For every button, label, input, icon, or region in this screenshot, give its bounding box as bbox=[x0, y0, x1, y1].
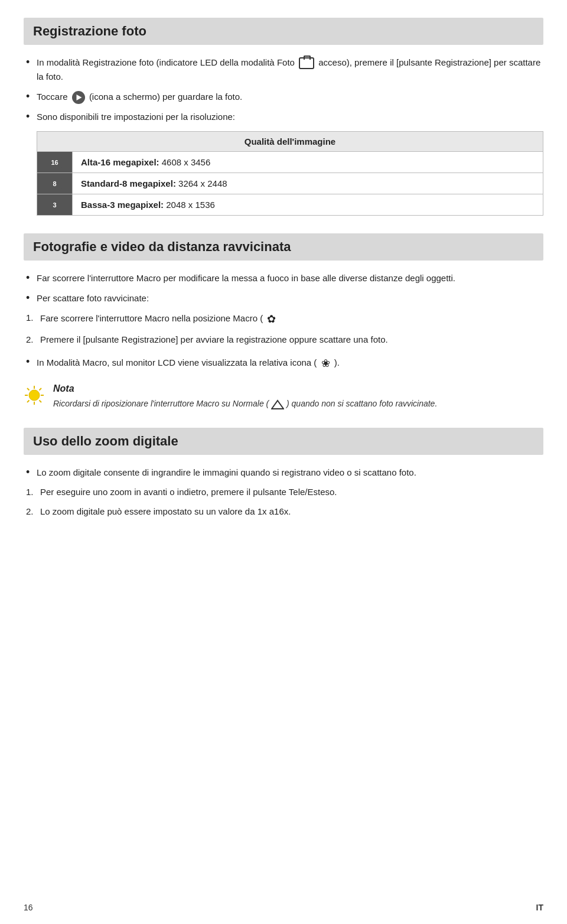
camera-outline-icon bbox=[299, 57, 314, 69]
svg-line-7 bbox=[40, 388, 42, 391]
zoom-step-1-text: Per eseguire uno zoom in avanti o indiet… bbox=[40, 487, 337, 497]
res-icon-3: 3 bbox=[47, 200, 63, 210]
res-desc-16: Alta-16 megapixel: 4608 x 3456 bbox=[73, 152, 543, 173]
res-icon-cell-16: 16 bbox=[37, 152, 73, 173]
section-registrazione-foto: Registrazione foto In modalità Registraz… bbox=[24, 18, 543, 216]
note-text-after: ) quando non si scattano foto ravvicinat… bbox=[286, 399, 437, 408]
section-title-registrazione: Registrazione foto bbox=[33, 24, 534, 39]
bullet-1: In modalità Registrazione foto (indicato… bbox=[24, 56, 543, 84]
step-1-text-before: Fare scorrere l'interruttore Macro nella… bbox=[40, 314, 265, 324]
bullet-macro-1-text: Far scorrere l'interruttore Macro per mo… bbox=[37, 273, 455, 283]
note-title: Nota bbox=[53, 383, 543, 394]
mountain-icon bbox=[271, 399, 284, 410]
bullet-macro-2-text: Per scattare foto ravvicinate: bbox=[37, 293, 149, 303]
language-tag: IT bbox=[536, 903, 543, 912]
macro-flower-icon-1: ✿ bbox=[267, 311, 276, 327]
section-bar-registrazione: Registrazione foto bbox=[24, 18, 543, 45]
table-row: 3 Bassa-3 megapixel: 2048 x 1536 bbox=[37, 194, 543, 216]
zoom-step-num-2: 2. bbox=[26, 505, 34, 519]
section-title-ravvicinate: Fotografie e video da distanza ravvicina… bbox=[33, 239, 534, 255]
macro-flower-icon-2: ❀ bbox=[321, 355, 330, 372]
svg-line-5 bbox=[27, 388, 30, 391]
section-bar-zoom: Uso dello zoom digitale bbox=[24, 428, 543, 455]
svg-line-6 bbox=[40, 401, 42, 403]
svg-marker-9 bbox=[272, 401, 284, 409]
step-num-2: 2. bbox=[26, 333, 34, 347]
bullet-macro-lcd: In Modalità Macro, sul monitor LCD viene… bbox=[24, 355, 543, 372]
resolution-table: Qualità dell'immagine 16 Alta-16 megapix… bbox=[37, 131, 543, 216]
table-header: Qualità dell'immagine bbox=[37, 132, 543, 152]
bullet-zoom-1-text: Lo zoom digitale consente di ingrandire … bbox=[37, 467, 416, 477]
zoom-step-1: 1. Per eseguire uno zoom in avanti o ind… bbox=[24, 486, 543, 499]
steps-ravvicinate: 1. Fare scorrere l'interruttore Macro ne… bbox=[24, 311, 543, 347]
page-number: 16 bbox=[24, 903, 33, 912]
res-icon-cell-8: 8 bbox=[37, 173, 73, 194]
bullet-1-text-before: In modalità Registrazione foto (indicato… bbox=[37, 57, 297, 67]
table-row: 8 Standard-8 megapixel: 3264 x 2448 bbox=[37, 173, 543, 194]
note-icon-wrap bbox=[24, 385, 45, 408]
section-title-zoom: Uso dello zoom digitale bbox=[33, 434, 534, 449]
bullet-macro-2: Per scattare foto ravvicinate: bbox=[24, 291, 543, 305]
section-fotografie-ravvicinate: Fotografie e video da distanza ravvicina… bbox=[24, 233, 543, 410]
bullet-3: Sono disponibili tre impostazioni per la… bbox=[24, 110, 543, 124]
bullet-3-text: Sono disponibili tre impostazioni per la… bbox=[37, 112, 235, 122]
table-row: 16 Alta-16 megapixel: 4608 x 3456 bbox=[37, 152, 543, 173]
step-1: 1. Fare scorrere l'interruttore Macro ne… bbox=[24, 311, 543, 327]
step-2-text: Premere il [pulsante Registrazione] per … bbox=[40, 334, 388, 344]
step-2: 2. Premere il [pulsante Registrazione] p… bbox=[24, 333, 543, 347]
svg-point-0 bbox=[29, 390, 40, 401]
zoom-step-2: 2. Lo zoom digitale può essere impostato… bbox=[24, 505, 543, 519]
res-desc-8: Standard-8 megapixel: 3264 x 2448 bbox=[73, 173, 543, 194]
zoom-step-num-1: 1. bbox=[26, 486, 34, 499]
bullet-macro-lcd-text-after: ). bbox=[334, 357, 340, 367]
svg-line-8 bbox=[27, 401, 30, 403]
play-button-icon bbox=[72, 91, 85, 104]
res-icon-16: 16 bbox=[47, 157, 63, 168]
res-icon-8: 8 bbox=[47, 178, 63, 189]
note-sun-icon bbox=[24, 385, 45, 406]
bullet-2: Toccare (icona a schermo) per guardare l… bbox=[24, 90, 543, 104]
note-text: Ricordarsi di riposizionare l'interrutto… bbox=[53, 398, 543, 410]
bullet-2-text-after: (icona a schermo) per guardare la foto. bbox=[89, 92, 242, 102]
note-text-before: Ricordarsi di riposizionare l'interrutto… bbox=[53, 399, 271, 408]
section-bar-ravvicinate: Fotografie e video da distanza ravvicina… bbox=[24, 233, 543, 261]
section-zoom-digitale: Uso dello zoom digitale Lo zoom digitale… bbox=[24, 428, 543, 518]
res-icon-cell-3: 3 bbox=[37, 194, 73, 216]
res-desc-3: Bassa-3 megapixel: 2048 x 1536 bbox=[73, 194, 543, 216]
bullet-zoom-1: Lo zoom digitale consente di ingrandire … bbox=[24, 466, 543, 480]
step-num-1: 1. bbox=[26, 311, 34, 325]
bullet-macro-1: Far scorrere l'interruttore Macro per mo… bbox=[24, 271, 543, 285]
note-content: Nota Ricordarsi di riposizionare l'inter… bbox=[53, 383, 543, 410]
bullet-macro-lcd-text-before: In Modalità Macro, sul monitor LCD viene… bbox=[37, 357, 320, 367]
zoom-step-2-text: Lo zoom digitale può essere impostato su… bbox=[40, 506, 291, 516]
page-footer: 16 IT bbox=[0, 903, 567, 912]
note-box: Nota Ricordarsi di riposizionare l'inter… bbox=[24, 383, 543, 410]
steps-zoom: 1. Per eseguire uno zoom in avanti o ind… bbox=[24, 486, 543, 518]
bullet-2-text-before: Toccare bbox=[37, 92, 70, 102]
